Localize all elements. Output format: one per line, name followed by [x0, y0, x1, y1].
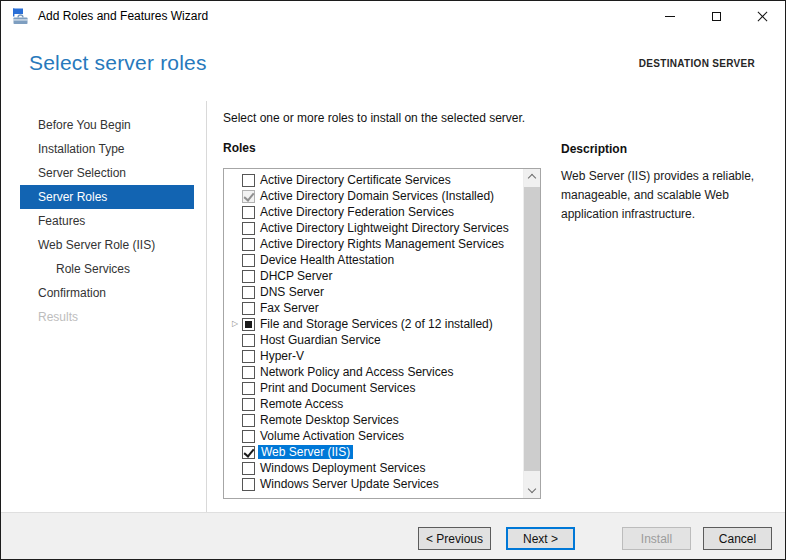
sidebar-item-features[interactable]: Features — [1, 209, 206, 233]
role-checkbox[interactable] — [242, 238, 255, 251]
role-checkbox[interactable] — [242, 350, 255, 363]
role-row-dns-server[interactable]: DNS Server — [224, 284, 523, 300]
role-checkbox[interactable] — [242, 446, 255, 459]
maximize-icon — [712, 12, 721, 21]
role-row-network-policy-and-access-services[interactable]: Network Policy and Access Services — [224, 364, 523, 380]
role-checkbox[interactable] — [242, 270, 255, 283]
role-row-active-directory-federation-services[interactable]: Active Directory Federation Services — [224, 204, 523, 220]
role-row-active-directory-domain-services-installed[interactable]: Active Directory Domain Services (Instal… — [224, 188, 523, 204]
role-row-windows-deployment-services[interactable]: Windows Deployment Services — [224, 460, 523, 476]
sidebar-separator — [206, 101, 207, 512]
role-row-active-directory-rights-management-services[interactable]: Active Directory Rights Management Servi… — [224, 236, 523, 252]
scroll-up-button[interactable] — [524, 169, 540, 186]
role-row-device-health-attestation[interactable]: Device Health Attestation — [224, 252, 523, 268]
scrollbar-thumb[interactable] — [524, 187, 540, 471]
role-checkbox[interactable] — [242, 462, 255, 475]
role-row-dhcp-server[interactable]: DHCP Server — [224, 268, 523, 284]
destination-server-label: DESTINATION SERVER — [639, 58, 755, 69]
install-button: Install — [622, 527, 691, 550]
role-label: Remote Access — [260, 397, 343, 411]
role-row-windows-server-update-services[interactable]: Windows Server Update Services — [224, 476, 523, 492]
role-label: Device Health Attestation — [260, 253, 394, 267]
role-row-remote-desktop-services[interactable]: Remote Desktop Services — [224, 412, 523, 428]
role-checkbox[interactable] — [242, 222, 255, 235]
role-label: Hyper-V — [260, 349, 304, 363]
maximize-button[interactable] — [693, 1, 739, 32]
minimize-button[interactable] — [647, 1, 693, 32]
roles-scrollbar[interactable] — [523, 169, 540, 498]
sidebar-item-results: Results — [1, 305, 206, 329]
previous-button[interactable]: < Previous — [418, 527, 491, 550]
role-checkbox — [242, 190, 255, 203]
role-checkbox[interactable] — [242, 398, 255, 411]
role-checkbox[interactable] — [242, 366, 255, 379]
sidebar-item-server-roles[interactable]: Server Roles — [20, 185, 194, 209]
role-label: Windows Deployment Services — [260, 461, 425, 475]
roles-rows: Active Directory Certificate ServicesAct… — [224, 169, 523, 492]
role-checkbox[interactable] — [242, 382, 255, 395]
role-row-host-guardian-service[interactable]: Host Guardian Service — [224, 332, 523, 348]
chevron-up-icon — [528, 174, 536, 182]
instruction-text: Select one or more roles to install on t… — [223, 111, 525, 125]
sidebar-item-server-selection[interactable]: Server Selection — [1, 161, 206, 185]
role-checkbox[interactable] — [242, 430, 255, 443]
footer-bar: < PreviousNext >InstallCancel — [1, 512, 785, 559]
role-row-file-and-storage-services-2-of-12-installed[interactable]: ▷File and Storage Services (2 of 12 inst… — [224, 316, 523, 332]
role-checkbox[interactable] — [242, 286, 255, 299]
window-title: Add Roles and Features Wizard — [38, 9, 208, 23]
description-text: Web Server (IIS) provides a reliable, ma… — [561, 167, 773, 224]
sidebar-item-web-server-role-iis[interactable]: Web Server Role (IIS) — [1, 233, 206, 257]
close-button[interactable] — [739, 1, 785, 32]
role-label: DNS Server — [260, 285, 324, 299]
role-label: Active Directory Domain Services (Instal… — [260, 189, 494, 203]
role-checkbox[interactable] — [242, 206, 255, 219]
role-row-remote-access[interactable]: Remote Access — [224, 396, 523, 412]
role-label: Print and Document Services — [260, 381, 415, 395]
role-label: File and Storage Services (2 of 12 insta… — [260, 317, 493, 331]
role-row-volume-activation-services[interactable]: Volume Activation Services — [224, 428, 523, 444]
close-icon — [757, 11, 768, 22]
role-label: Web Server (IIS) — [258, 445, 353, 459]
role-label: Volume Activation Services — [260, 429, 404, 443]
role-checkbox[interactable] — [242, 302, 255, 315]
sidebar-item-confirmation[interactable]: Confirmation — [1, 281, 206, 305]
role-label: Active Directory Lightweight Directory S… — [260, 221, 509, 235]
role-label: DHCP Server — [260, 269, 332, 283]
role-checkbox[interactable] — [242, 318, 255, 331]
role-label: Network Policy and Access Services — [260, 365, 453, 379]
role-checkbox[interactable] — [242, 414, 255, 427]
server-manager-icon — [12, 8, 29, 25]
role-checkbox[interactable] — [242, 334, 255, 347]
role-label: Fax Server — [260, 301, 319, 315]
roles-heading: Roles — [223, 141, 256, 155]
expand-arrow-icon[interactable]: ▷ — [228, 316, 242, 332]
wizard-nav: Before You BeginInstallation TypeServer … — [1, 113, 206, 329]
role-row-print-and-document-services[interactable]: Print and Document Services — [224, 380, 523, 396]
role-row-hyper-v[interactable]: Hyper-V — [224, 348, 523, 364]
sidebar-item-role-services[interactable]: Role Services — [1, 257, 206, 281]
footer-buttons: < PreviousNext >InstallCancel — [418, 527, 772, 550]
role-label: Windows Server Update Services — [260, 477, 439, 491]
role-row-fax-server[interactable]: Fax Server — [224, 300, 523, 316]
role-label: Active Directory Certificate Services — [260, 173, 451, 187]
roles-list: Active Directory Certificate ServicesAct… — [223, 168, 541, 499]
scroll-down-button[interactable] — [524, 481, 540, 498]
page-title: Select server roles — [29, 51, 207, 75]
chevron-down-icon — [528, 485, 536, 493]
role-row-web-server-iis[interactable]: Web Server (IIS) — [224, 444, 523, 460]
cancel-button[interactable]: Cancel — [703, 527, 772, 550]
role-row-active-directory-lightweight-directory-services[interactable]: Active Directory Lightweight Directory S… — [224, 220, 523, 236]
role-checkbox[interactable] — [242, 478, 255, 491]
role-row-active-directory-certificate-services[interactable]: Active Directory Certificate Services — [224, 172, 523, 188]
role-label: Remote Desktop Services — [260, 413, 399, 427]
role-checkbox[interactable] — [242, 254, 255, 267]
sidebar-item-before-you-begin[interactable]: Before You Begin — [1, 113, 206, 137]
title-bar: Add Roles and Features Wizard — [1, 1, 785, 32]
role-checkbox[interactable] — [242, 174, 255, 187]
role-label: Host Guardian Service — [260, 333, 381, 347]
role-label: Active Directory Federation Services — [260, 205, 454, 219]
role-label: Active Directory Rights Management Servi… — [260, 237, 504, 251]
wizard-window: Add Roles and Features Wizard Select ser… — [0, 0, 786, 560]
next-button[interactable]: Next > — [506, 527, 575, 550]
sidebar-item-installation-type[interactable]: Installation Type — [1, 137, 206, 161]
